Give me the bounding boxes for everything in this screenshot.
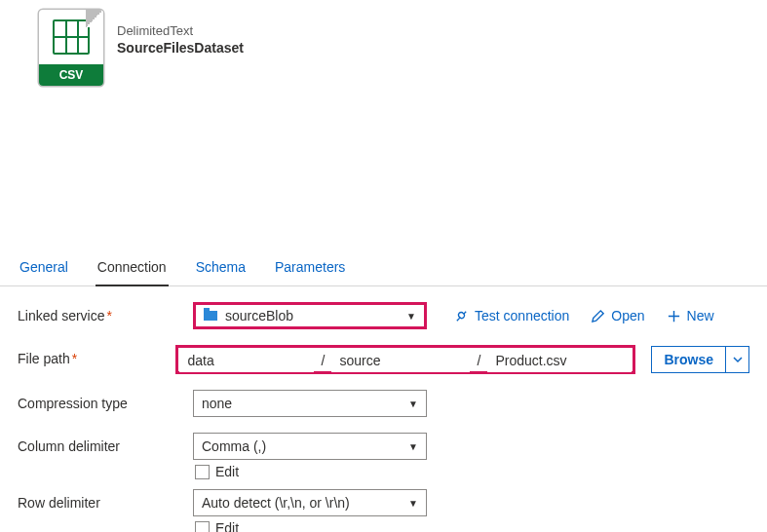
column-delimiter-edit-label: Edit [215, 464, 239, 479]
file-path-group: / / [175, 345, 635, 374]
tab-general[interactable]: General [18, 251, 70, 285]
tab-parameters[interactable]: Parameters [273, 251, 347, 285]
dataset-editor: CSV DelimitedText SourceFilesDataset Gen… [0, 0, 767, 532]
compression-value: none [202, 396, 232, 411]
browse-dropdown-button[interactable] [726, 346, 749, 373]
file-path-container-input[interactable] [179, 349, 314, 372]
chevron-down-icon: ▼ [406, 311, 416, 322]
chevron-down-icon [733, 355, 743, 364]
connection-form: Linked service* sourceBlob ▼ Test connec… [0, 286, 767, 532]
chevron-down-icon: ▼ [408, 441, 418, 452]
column-delimiter-dropdown[interactable]: Comma (,) ▼ [193, 433, 427, 460]
compression-dropdown[interactable]: none ▼ [193, 390, 427, 417]
dataset-meta: DelimitedText SourceFilesDataset [117, 10, 244, 56]
browse-button[interactable]: Browse [651, 346, 726, 373]
file-path-file-input[interactable] [487, 349, 632, 372]
dataset-name: SourceFilesDataset [117, 40, 244, 56]
csv-file-icon: CSV [39, 10, 103, 86]
chevron-down-icon: ▼ [408, 399, 418, 409]
pencil-icon [591, 309, 605, 323]
plus-icon [667, 309, 681, 323]
path-sep-1: / [314, 349, 331, 372]
test-connection-icon [454, 309, 469, 323]
compression-label: Compression type [18, 390, 193, 411]
row-delimiter-value: Auto detect (\r,\n, or \r\n) [202, 495, 350, 511]
tab-connection[interactable]: Connection [96, 251, 169, 286]
linked-service-dropdown[interactable]: sourceBlob ▼ [193, 302, 427, 329]
file-path-label: File path* [18, 345, 175, 366]
dataset-type: DelimitedText [117, 23, 244, 38]
tab-schema[interactable]: Schema [194, 251, 248, 285]
new-button[interactable]: New [667, 308, 714, 323]
chevron-down-icon: ▼ [408, 498, 418, 509]
row-delimiter-edit-label: Edit [215, 520, 239, 532]
column-delimiter-edit-checkbox[interactable] [195, 465, 210, 479]
column-delimiter-value: Comma (,) [202, 438, 266, 454]
csv-badge: CSV [39, 64, 103, 86]
row-delimiter-edit-checkbox[interactable] [195, 521, 210, 533]
file-path-directory-input[interactable] [331, 349, 470, 372]
row-delimiter-dropdown[interactable]: Auto detect (\r,\n, or \r\n) ▼ [193, 489, 427, 516]
tab-bar: General Connection Schema Parameters [0, 251, 767, 286]
linked-service-value: sourceBlob [225, 308, 293, 323]
row-delimiter-label: Row delimiter [18, 489, 193, 511]
path-sep-2: / [470, 349, 487, 372]
storage-icon [204, 311, 217, 321]
linked-service-label: Linked service* [18, 302, 193, 323]
dataset-header: CSV DelimitedText SourceFilesDataset [0, 0, 767, 86]
column-delimiter-label: Column delimiter [18, 433, 193, 454]
open-button[interactable]: Open [591, 308, 644, 323]
test-connection-button[interactable]: Test connection [454, 308, 569, 323]
